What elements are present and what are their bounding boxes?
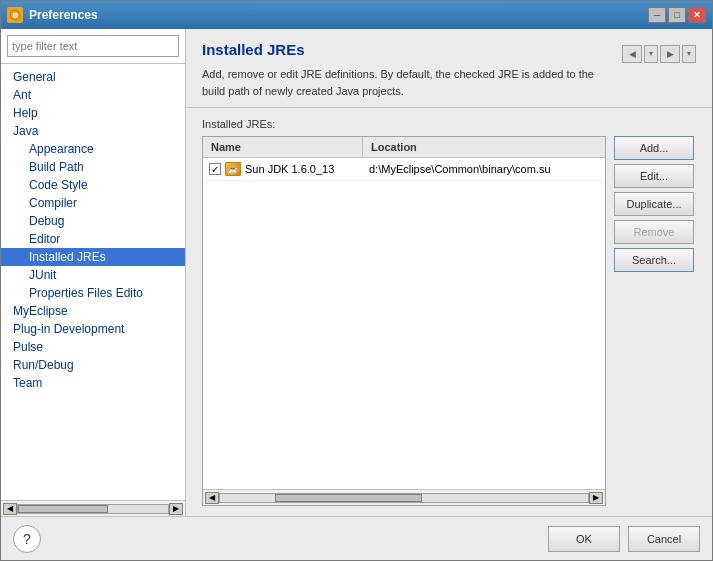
forward-button[interactable]: ▶ (660, 45, 680, 63)
maximize-button[interactable]: □ (668, 7, 686, 23)
help-button[interactable]: ? (13, 525, 41, 553)
jre-table-container: Name Location ☕ Sun JDK 1.6.0_13 (202, 136, 606, 506)
titlebar: ⚙ Preferences ─ □ ✕ (1, 1, 712, 29)
section-label: Installed JREs: (202, 118, 696, 130)
column-name[interactable]: Name (203, 137, 363, 157)
sidebar-tree: General Ant Help Java Appearance Build P… (1, 64, 185, 500)
search-button[interactable]: Search... (614, 248, 694, 272)
table-scrollbar-area: ◀ ▶ (203, 489, 605, 505)
sidebar-item-compiler[interactable]: Compiler (1, 194, 185, 212)
edit-button[interactable]: Edit... (614, 164, 694, 188)
back-button[interactable]: ◀ (622, 45, 642, 63)
sidebar-item-general[interactable]: General (1, 68, 185, 86)
navigation-arrows: ◀ ▾ ▶ ▾ (622, 45, 696, 63)
sidebar-item-team[interactable]: Team (1, 374, 185, 392)
sidebar-item-editor[interactable]: Editor (1, 230, 185, 248)
add-button[interactable]: Add... (614, 136, 694, 160)
window-title: Preferences (29, 8, 648, 22)
table-scroll-right[interactable]: ▶ (589, 492, 603, 504)
filter-area (1, 29, 185, 64)
jre-icon: ☕ (225, 162, 241, 176)
help-icon: ? (23, 531, 31, 547)
table-scroll-left[interactable]: ◀ (205, 492, 219, 504)
window-controls: ─ □ ✕ (648, 7, 706, 23)
page-title: Installed JREs (202, 41, 305, 58)
sidebar-item-pulse[interactable]: Pulse (1, 338, 185, 356)
sidebar-item-plugin-development[interactable]: Plug-in Development (1, 320, 185, 338)
table-row[interactable]: ☕ Sun JDK 1.6.0_13 d:\MyEclipse\Common\b… (203, 158, 605, 181)
close-button[interactable]: ✕ (688, 7, 706, 23)
minimize-button[interactable]: ─ (648, 7, 666, 23)
footer: ? OK Cancel (1, 516, 712, 560)
sidebar: General Ant Help Java Appearance Build P… (1, 29, 186, 516)
filter-input[interactable] (7, 35, 179, 57)
sidebar-scrollbar[interactable] (17, 504, 169, 514)
svg-text:⚙: ⚙ (12, 12, 18, 19)
sidebar-item-myeclipse[interactable]: MyEclipse (1, 302, 185, 320)
main-header: Installed JREs ◀ ▾ ▶ ▾ Add, remove or ed… (186, 29, 712, 108)
sidebar-item-build-path[interactable]: Build Path (1, 158, 185, 176)
sidebar-scroll-left[interactable]: ◀ (3, 503, 17, 515)
page-description: Add, remove or edit JRE definitions. By … (202, 66, 696, 99)
sidebar-item-installed-jres[interactable]: Installed JREs (1, 248, 185, 266)
sidebar-item-debug[interactable]: Debug (1, 212, 185, 230)
sidebar-scrollbar-area: ◀ ▶ (1, 500, 185, 516)
header-row: Installed JREs ◀ ▾ ▶ ▾ (202, 41, 696, 66)
back-dropdown[interactable]: ▾ (644, 45, 658, 63)
jre-checkbox[interactable] (209, 163, 221, 175)
cell-location: d:\MyEclipse\Common\binary\com.su (363, 161, 605, 177)
table-scrollbar-thumb (275, 494, 422, 502)
sidebar-item-appearance[interactable]: Appearance (1, 140, 185, 158)
footer-buttons: OK Cancel (548, 526, 700, 552)
sidebar-item-help[interactable]: Help (1, 104, 185, 122)
ok-button[interactable]: OK (548, 526, 620, 552)
jre-table-wrapper: Name Location ☕ Sun JDK 1.6.0_13 (203, 137, 605, 505)
sidebar-item-junit[interactable]: JUnit (1, 266, 185, 284)
sidebar-scrollbar-thumb (18, 505, 108, 513)
forward-dropdown[interactable]: ▾ (682, 45, 696, 63)
sidebar-item-ant[interactable]: Ant (1, 86, 185, 104)
duplicate-button[interactable]: Duplicate... (614, 192, 694, 216)
sidebar-item-run-debug[interactable]: Run/Debug (1, 356, 185, 374)
preferences-window: ⚙ Preferences ─ □ ✕ General Ant Help Jav… (0, 0, 713, 561)
sidebar-item-properties-files-editor[interactable]: Properties Files Edito (1, 284, 185, 302)
window-icon: ⚙ (7, 7, 23, 23)
sidebar-scroll-right[interactable]: ▶ (169, 503, 183, 515)
column-location[interactable]: Location (363, 137, 605, 157)
sidebar-item-java[interactable]: Java (1, 122, 185, 140)
table-header: Name Location (203, 137, 605, 158)
cell-name: ☕ Sun JDK 1.6.0_13 (203, 160, 363, 178)
main-content: General Ant Help Java Appearance Build P… (1, 29, 712, 516)
main-panel: Installed JREs ◀ ▾ ▶ ▾ Add, remove or ed… (186, 29, 712, 516)
cancel-button[interactable]: Cancel (628, 526, 700, 552)
remove-button[interactable]: Remove (614, 220, 694, 244)
action-buttons: Add... Edit... Duplicate... Remove Searc… (606, 136, 696, 506)
table-scrollbar[interactable] (219, 493, 589, 503)
table-body: ☕ Sun JDK 1.6.0_13 d:\MyEclipse\Common\b… (203, 158, 605, 489)
main-body: Installed JREs: Name Location (186, 108, 712, 516)
sidebar-item-code-style[interactable]: Code Style (1, 176, 185, 194)
